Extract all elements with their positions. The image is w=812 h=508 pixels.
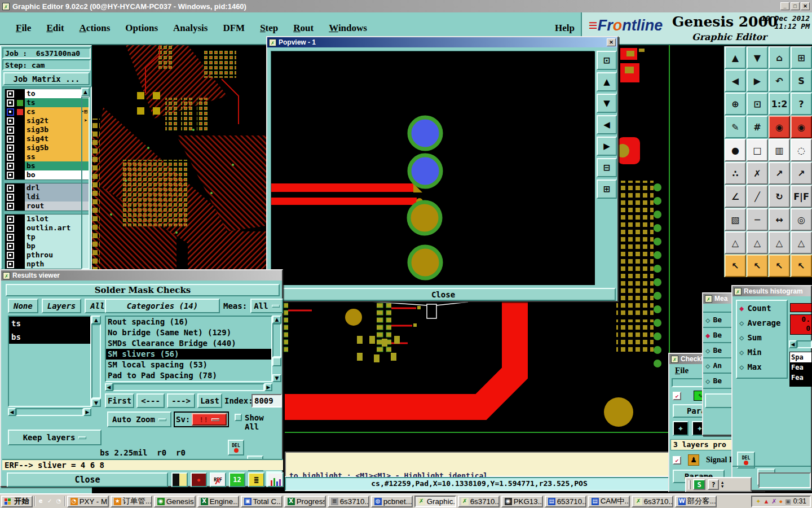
select-net-icon[interactable]: ↖: [791, 255, 812, 277]
popview-titlebar[interactable]: ✗ Popview - 1 ✕: [267, 37, 617, 47]
first-button[interactable]: First: [105, 393, 134, 408]
layer-row[interactable]: sig5b: [5, 143, 89, 152]
layer-color-swatch[interactable]: [15, 183, 25, 192]
filter-tab[interactable]: None: [8, 299, 38, 313]
screen-red-icon[interactable]: ●: [191, 472, 207, 487]
layer-scrollbar[interactable]: [81, 97, 90, 269]
layer-color-swatch[interactable]: [15, 152, 25, 161]
layer-visibility-checkbox[interactable]: [5, 125, 15, 134]
category-row[interactable]: SMDs Clearance Bridge (440): [106, 338, 271, 349]
task-button[interactable]: ✗ 6s3710...: [458, 496, 500, 507]
layer-color-swatch[interactable]: [15, 242, 25, 251]
histogram-option[interactable]: Sum: [737, 330, 787, 345]
histogram-list-row[interactable]: Fea: [790, 362, 811, 373]
resize-feature-icon[interactable]: ▧: [725, 208, 746, 231]
select-frame-icon[interactable]: ↖: [747, 255, 768, 277]
layer-color-swatch[interactable]: [15, 260, 25, 269]
profile-arrow-2-icon[interactable]: △: [747, 231, 768, 254]
layer-visibility-checkbox[interactable]: [5, 98, 15, 107]
histogram-list[interactable]: Spa Fea Fea: [789, 352, 812, 387]
layer-color-swatch[interactable]: [15, 170, 25, 179]
layer-visibility-checkbox[interactable]: [5, 224, 15, 233]
clock-icon[interactable]: ◔: [55, 498, 63, 505]
meas-dropdown[interactable]: All: [250, 299, 283, 313]
profile-arrow-1-icon[interactable]: △: [725, 231, 746, 254]
layer-color-swatch[interactable]: [15, 161, 25, 170]
action-run-1-icon[interactable]: ✦: [673, 421, 689, 436]
select-polygon-icon[interactable]: ↖: [769, 255, 790, 277]
task-button[interactable]: ✗ 6s3710...: [632, 496, 673, 507]
category-row[interactable]: SM local spacing (53): [106, 360, 271, 370]
job-matrix-button[interactable]: Job Matrix ...: [3, 72, 90, 85]
internet-explorer-icon[interactable]: e: [37, 498, 45, 505]
close-button[interactable]: ✕: [801, 2, 810, 10]
pad-outline-icon[interactable]: ◌: [791, 139, 812, 161]
spinner[interactable]: ▲▼: [721, 481, 723, 489]
task-button[interactable]: X Engine...: [197, 496, 239, 507]
layer-color-swatch[interactable]: [15, 107, 25, 116]
task-button[interactable]: ✗ Graphic...: [414, 496, 456, 507]
category-row[interactable]: Rout spacing (16): [106, 317, 271, 327]
mirror-feature-icon[interactable]: F|F: [791, 185, 812, 208]
selected-layer-row[interactable]: ts: [9, 317, 90, 330]
layer-color-swatch[interactable]: [15, 214, 25, 224]
layer-row[interactable]: sig2t➤: [5, 116, 89, 125]
layer-color-swatch[interactable]: [15, 98, 25, 107]
task-button[interactable]: ▤ 653710...: [545, 496, 586, 507]
delete-feature-icon[interactable]: ✗: [747, 162, 768, 185]
layer-row[interactable]: sig3b: [5, 125, 89, 134]
layer-color-swatch[interactable]: [15, 143, 25, 152]
layer-color-swatch[interactable]: [15, 89, 25, 98]
last-button[interactable]: Last: [197, 393, 222, 408]
layer-visibility-checkbox[interactable]: [5, 89, 15, 98]
copy-feature-icon[interactable]: ↗: [769, 162, 790, 185]
signal-checkbox[interactable]: ✔: [673, 456, 681, 465]
menu-item[interactable]: DFM: [223, 23, 245, 34]
layer-visibility-checkbox[interactable]: [5, 260, 15, 269]
net-highlight-a-icon[interactable]: ◉: [769, 116, 790, 138]
measure-distance-icon[interactable]: ↔: [769, 208, 790, 231]
histogram-option[interactable]: Count: [737, 301, 787, 316]
severity-dropdown[interactable]: !!: [192, 413, 227, 426]
context-help-button[interactable]: ?: [708, 479, 719, 490]
layer-visibility-checkbox[interactable]: [5, 202, 15, 211]
layer-row[interactable]: pthrou: [5, 251, 89, 260]
histogram-titlebar[interactable]: ✗ Results histogram: [732, 286, 811, 296]
filter-tab[interactable]: Layers: [42, 299, 82, 313]
move-feature-icon[interactable]: ↗: [791, 162, 812, 185]
layer-visibility-checkbox[interactable]: [5, 143, 15, 152]
zoom-1-2-icon[interactable]: 1:2: [769, 93, 790, 115]
layer-color-swatch[interactable]: [15, 251, 25, 260]
layer-row[interactable]: npth: [5, 260, 89, 269]
layer-row[interactable]: ts: [5, 98, 89, 107]
net-points-icon[interactable]: ∴: [725, 162, 746, 185]
categories-vscrollbar[interactable]: ▲ ▼: [272, 316, 281, 382]
surface-builder-icon[interactable]: ◎: [791, 208, 812, 231]
zoom-center-icon[interactable]: ⊡: [747, 93, 768, 115]
popview-close-button[interactable]: Close: [271, 288, 616, 301]
toolbar-grip[interactable]: [689, 480, 691, 489]
maximize-button[interactable]: □: [791, 2, 800, 10]
layer-row[interactable]: ss: [5, 152, 89, 161]
layer-visibility-checkbox[interactable]: [5, 251, 15, 260]
pan-down-icon[interactable]: ▼: [597, 94, 617, 113]
task-button[interactable]: ≡ 6s3710...: [328, 496, 369, 507]
draw-line-icon[interactable]: ╱: [747, 185, 768, 208]
layer-row[interactable]: to➤: [5, 89, 89, 98]
layer-color-swatch[interactable]: [15, 134, 25, 143]
next-button[interactable]: --->: [167, 393, 195, 408]
menu-item[interactable]: Windows: [329, 23, 367, 34]
categories-header[interactable]: Categories (14): [105, 299, 220, 313]
start-button[interactable]: 开始: [1, 496, 33, 507]
tray-round-icon[interactable]: ●: [779, 498, 783, 505]
histogram-list-row[interactable]: Spa: [790, 352, 811, 362]
task-button[interactable]: W 部分客...: [675, 496, 717, 507]
setup-tools-icon[interactable]: ✎: [725, 116, 746, 138]
task-button[interactable]: X Progress: [284, 496, 326, 507]
layer-row[interactable]: outlin.art: [5, 224, 89, 233]
select-feature-icon[interactable]: ●: [725, 139, 746, 161]
layer-color-swatch[interactable]: [15, 192, 25, 202]
histogram-option[interactable]: Min: [737, 345, 787, 360]
layer-row[interactable]: bo: [5, 170, 89, 179]
index-input[interactable]: 8009: [251, 394, 282, 408]
